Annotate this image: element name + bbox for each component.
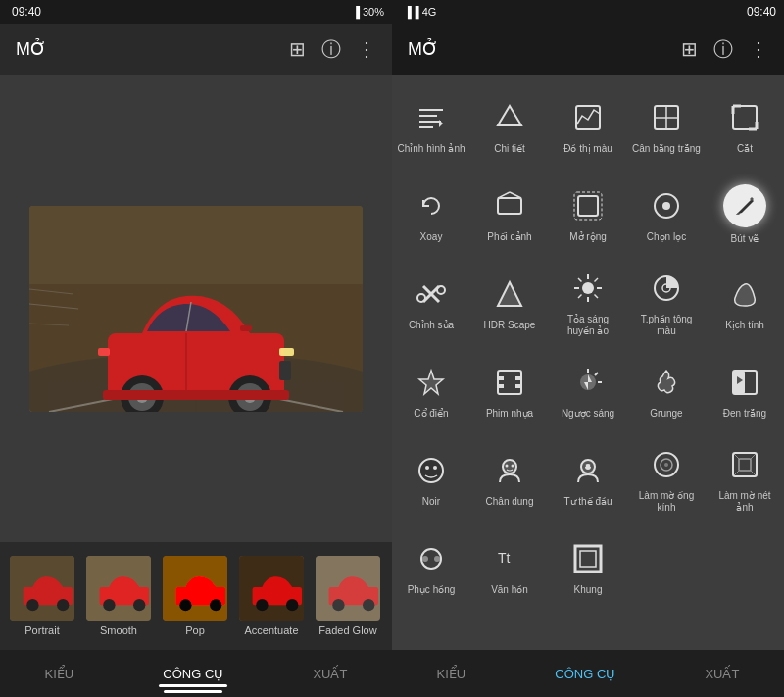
chon-loc-label: Chọn lọc — [647, 231, 686, 243]
tool-lam-mo-ong-kinh[interactable]: Làm mờ ống kính — [627, 435, 706, 523]
phim-nhua-label: Phim nhựa — [486, 408, 533, 420]
tool-empty-2 — [706, 523, 784, 612]
right-info-icon[interactable]: ⓘ — [713, 36, 733, 63]
svg-point-108 — [664, 463, 668, 467]
svg-rect-110 — [739, 459, 751, 471]
tool-phim-nhua[interactable]: Phim nhựa — [470, 347, 549, 435]
left-bottom-tabs: KIỂU CÔNG CỤ XUẤT — [0, 650, 392, 697]
tool-hdr-scape[interactable]: HDR Scape — [470, 259, 549, 347]
tool-mo-rong[interactable]: Mở rộng — [549, 171, 627, 259]
tool-phuc-hong[interactable]: Phục hồng — [392, 523, 470, 612]
filter-faded-glow[interactable]: Faded Glow — [314, 556, 382, 636]
filter-thumb-portrait — [10, 556, 74, 621]
noir-icon — [412, 451, 451, 490]
svg-point-24 — [26, 599, 38, 611]
tool-lam-mo-net-anh[interactable]: Làm mờ nét ảnh — [706, 435, 784, 523]
right-tab-kieu[interactable]: KIỂU — [421, 659, 482, 689]
filter-strip: Portrait Smooth Pop Accentuate — [0, 542, 392, 650]
hdr-scape-label: HDR Scape — [484, 320, 536, 331]
left-more-icon[interactable]: ⋮ — [357, 37, 376, 61]
nguoc-sang-icon — [568, 363, 608, 402]
tool-tu-the-dau[interactable]: Tư thế đầu — [549, 435, 627, 523]
filter-label-faded-glow: Faded Glow — [318, 624, 376, 636]
tool-van-hon[interactable]: Tt Văn hồn — [470, 523, 549, 612]
right-tab-cong-cu[interactable]: CÔNG CỤ — [539, 659, 631, 689]
filter-thumb-pop — [163, 556, 227, 621]
tool-chon-loc[interactable]: Chọn lọc — [627, 171, 706, 259]
right-tab-xuat[interactable]: XUẤT — [689, 659, 755, 689]
tool-chi-tiet[interactable]: Chi tiết — [470, 82, 549, 171]
tool-khung[interactable]: Khung — [549, 523, 627, 612]
svg-line-80 — [595, 278, 599, 282]
tool-nguoc-sang[interactable]: Ngược sáng — [549, 347, 627, 435]
tool-chan-dung[interactable]: Chân dung — [470, 435, 549, 523]
tool-co-dien[interactable]: Cổ điển — [392, 347, 470, 435]
nguoc-sang-label: Ngược sáng — [562, 408, 614, 420]
svg-point-67 — [662, 202, 670, 210]
svg-line-92 — [595, 373, 598, 375]
tools-grid: Chỉnh hình ảnh Chi tiết Đồ thị màu Cân b… — [392, 75, 784, 650]
xoay-icon — [412, 186, 451, 225]
svg-point-29 — [133, 599, 145, 611]
noir-label: Noir — [422, 496, 440, 508]
tool-t-phan-tong-mau[interactable]: T.phần tông màu — [627, 259, 706, 347]
svg-point-103 — [585, 464, 591, 470]
right-layers-icon[interactable]: ⊞ — [681, 37, 698, 61]
right-header-icons: ⊞ ⓘ ⋮ — [681, 36, 768, 63]
left-tab-xuat[interactable]: XUẤT — [297, 659, 363, 689]
filter-pop[interactable]: Pop — [161, 556, 229, 636]
filter-accentuate[interactable]: Accentuate — [237, 556, 306, 636]
co-dien-icon — [412, 363, 451, 402]
filter-thumb-faded-glow — [316, 556, 380, 621]
phoi-canh-icon — [490, 186, 529, 225]
svg-point-105 — [590, 465, 592, 467]
right-more-icon[interactable]: ⋮ — [749, 37, 768, 61]
right-panel: ▐▐ 4G 09:40 MỞ ⊞ ⓘ ⋮ Chỉnh hình ảnh Chi … — [392, 0, 784, 697]
phuc-hong-icon — [412, 539, 451, 578]
car-scene-svg — [29, 206, 363, 412]
tool-xoay[interactable]: Xoay — [392, 171, 470, 259]
tool-den-trang[interactable]: Đen trắng — [706, 347, 784, 435]
tool-but-ve[interactable]: Bút vẽ — [706, 171, 784, 259]
left-layers-icon[interactable]: ⊞ — [289, 37, 306, 61]
filter-smooth[interactable]: Smooth — [84, 556, 153, 636]
svg-point-100 — [506, 465, 509, 468]
filter-portrait[interactable]: Portrait — [8, 556, 76, 636]
van-hon-icon: Tt — [490, 539, 529, 578]
svg-rect-61 — [498, 198, 521, 214]
tool-noir[interactable]: Noir — [392, 435, 470, 523]
tool-can-bang-trang[interactable]: Cân bằng trắng — [627, 82, 706, 171]
phoi-canh-label: Phối cảnh — [487, 231, 531, 243]
svg-rect-120 — [580, 551, 596, 567]
left-header-icons: ⊞ ⓘ ⋮ — [289, 36, 376, 63]
svg-rect-64 — [578, 196, 598, 216]
tool-kich-tinh[interactable]: Kịch tính — [706, 259, 784, 347]
left-info-icon[interactable]: ⓘ — [321, 36, 341, 63]
tool-toa-sang[interactable]: Tỏa sáng huyền ảo — [549, 259, 627, 347]
svg-point-41 — [363, 599, 374, 611]
svg-rect-18 — [103, 390, 289, 400]
svg-rect-87 — [498, 384, 504, 388]
svg-point-101 — [512, 465, 514, 468]
tool-chinh-sua[interactable]: Chỉnh sửa — [392, 259, 470, 347]
right-status-bar: ▐▐ 4G 09:40 — [392, 0, 784, 24]
den-trang-icon — [725, 363, 764, 402]
chinh-sua-icon — [412, 274, 451, 314]
svg-rect-52 — [576, 106, 600, 129]
left-tab-kieu[interactable]: KIỂU — [29, 659, 90, 689]
tool-phoi-canh[interactable]: Phối cảnh — [470, 171, 549, 259]
left-status-bar: 09:40 ▐ 30% — [0, 0, 392, 24]
tool-do-thi-mau[interactable]: Đồ thị màu — [549, 82, 627, 171]
xoay-label: Xoay — [420, 231, 443, 243]
tool-cat[interactable]: Cắt — [706, 82, 784, 171]
lam-mo-ong-kinh-label: Làm mờ ống kính — [631, 490, 702, 514]
filter-mo[interactable]: Mo — [390, 556, 392, 636]
tool-chinh-hinh-anh[interactable]: Chỉnh hình ảnh — [392, 82, 470, 171]
left-tab-cong-cu[interactable]: CÔNG CỤ — [147, 659, 239, 689]
right-status-icons: ▐▐ 4G — [404, 6, 436, 18]
right-bottom-tabs: KIỂU CÔNG CỤ XUẤT — [392, 650, 784, 697]
left-panel: 09:40 ▐ 30% MỞ ⊞ ⓘ ⋮ — [0, 0, 392, 697]
tool-grunge[interactable]: Grunge — [627, 347, 706, 435]
hdr-scape-icon — [490, 274, 529, 314]
svg-rect-56 — [733, 106, 757, 129]
